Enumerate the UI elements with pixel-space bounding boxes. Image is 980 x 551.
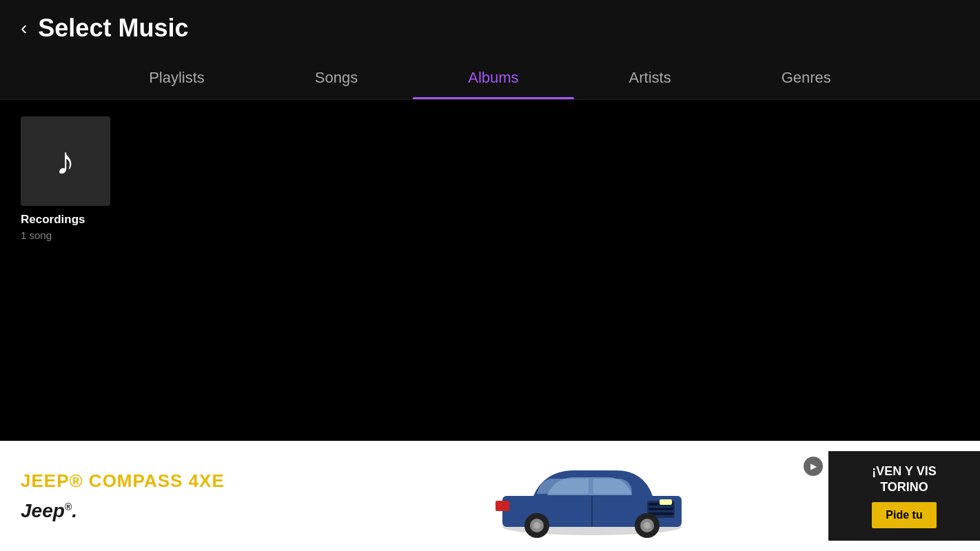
tab-playlists[interactable]: Playlists [94, 56, 260, 99]
album-grid: ♪ Recordings 1 song [21, 116, 959, 241]
svg-point-13 [644, 522, 651, 529]
music-note-icon: ♪ [56, 142, 75, 180]
ad-cta-button[interactable]: Pide tu [872, 502, 936, 528]
ad-tagline: JEEP® COMPASS 4XE [21, 470, 225, 492]
ad-play-icon[interactable]: ▶ [804, 457, 823, 476]
ad-brand-logo: Jeep®. [21, 500, 225, 522]
svg-point-10 [533, 522, 540, 529]
album-item[interactable]: ♪ Recordings 1 song [21, 116, 110, 241]
tab-albums[interactable]: Albums [413, 56, 573, 99]
tab-genres[interactable]: Genres [726, 56, 886, 99]
album-art: ♪ [21, 116, 110, 206]
back-icon: ‹ [21, 19, 27, 38]
tab-artists[interactable]: Artists [574, 56, 726, 99]
ad-text-right: ¡VEN Y VISTORINO Pide tu [828, 451, 980, 541]
album-name: Recordings [21, 213, 110, 227]
page-title: Select Music [38, 14, 188, 43]
ad-logo-section: JEEP® COMPASS 4XE Jeep®. [21, 470, 225, 522]
jeep-trademark: ® [65, 501, 72, 512]
car-svg [482, 451, 702, 541]
svg-rect-6 [660, 499, 672, 505]
nav-tabs: Playlists Songs Albums Artists Genres [0, 56, 980, 100]
svg-rect-4 [649, 508, 673, 510]
tab-songs[interactable]: Songs [260, 56, 413, 99]
ad-banner: JEEP® COMPASS 4XE Jeep®. [0, 441, 980, 551]
back-button[interactable]: ‹ [21, 19, 27, 38]
ad-content: JEEP® COMPASS 4XE Jeep®. [0, 451, 980, 541]
ad-right-text: ¡VEN Y VISTORINO [872, 464, 936, 496]
svg-rect-7 [496, 501, 509, 511]
header: ‹ Select Music [0, 0, 980, 56]
content-area: ♪ Recordings 1 song [0, 100, 980, 430]
album-song-count: 1 song [21, 229, 110, 241]
